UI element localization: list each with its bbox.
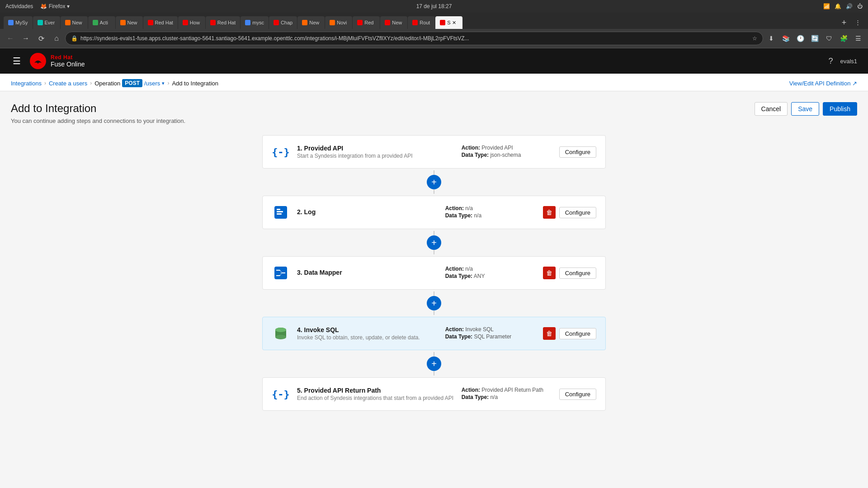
step-icon-step2 [272, 203, 290, 221]
browser-tab-t4[interactable]: Acti [88, 16, 115, 29]
browser-tab-t6[interactable]: Red Hat [143, 16, 178, 29]
downloads-icon[interactable]: ⬇ [765, 32, 778, 45]
nav-right-buttons: ⬇ 📚 🕐 🔄 🛡 🧩 ☰ [765, 32, 864, 45]
step-card-step3: 3. Data Mapper Action: n/a Data Type: AN… [262, 256, 606, 290]
breadcrumb-sep-1: › [44, 80, 46, 86]
svg-point-15 [275, 328, 286, 332]
tab-list-button[interactable]: ⋮ [851, 15, 864, 29]
add-step-button-3[interactable]: + [427, 357, 441, 371]
save-button[interactable]: Save [791, 102, 819, 116]
step-datatype-line-step2: Data Type: n/a [445, 212, 536, 219]
step-info-step5: 5. Provided API Return Path End action o… [297, 387, 454, 401]
browser-tab-t14[interactable]: New [380, 16, 407, 29]
breadcrumb-bar: Integrations › Create a users › Operatio… [0, 74, 868, 91]
svg-rect-2 [277, 209, 280, 210]
browser-tab-t3[interactable]: New [61, 16, 88, 29]
browser-tab-t12[interactable]: Novi [325, 16, 352, 29]
browser-tab-t1[interactable]: MySy [4, 16, 33, 29]
step-action-line-step5: Action: Provided API Return Path [462, 387, 552, 393]
delete-step-step4[interactable]: 🗑 [543, 327, 556, 340]
browser-tab-t13[interactable]: Red [353, 16, 380, 29]
nav-bar: ← → ⟳ ⌂ 🔒 https://syndesis-evals1-fuse.a… [0, 29, 868, 48]
delete-step-step2[interactable]: 🗑 [543, 206, 556, 219]
step-meta-step1: Action: Provided API Data Type: json-sch… [462, 145, 552, 159]
add-step-button-1[interactable]: + [427, 235, 441, 250]
step-actions-step3: 🗑 Configure [543, 267, 596, 279]
browser-tab-t9[interactable]: mysc [241, 16, 269, 29]
page-heading: Add to Integration You can continue addi… [11, 102, 185, 124]
os-bar-right: 📶 🔔 🔊 ⏻ [823, 3, 863, 9]
step-card-step5: {-} 5. Provided API Return Path End acti… [262, 377, 606, 411]
operation-dropdown-icon[interactable]: ▾ [162, 80, 165, 86]
step-title-step1: 1. Provided API [297, 145, 454, 152]
browser-tab-t15[interactable]: Rout [408, 16, 435, 29]
add-step-button-0[interactable]: + [427, 175, 441, 189]
tab-bar: MySyEverNewActiNewRed HatHowRed HatmyscC… [0, 13, 868, 29]
page-content: Add to Integration You can continue addi… [0, 91, 868, 486]
browser-tab-t8[interactable]: Red Hat [206, 16, 240, 29]
address-bar[interactable]: 🔒 https://syndesis-evals1-fuse.apps.clus… [65, 32, 763, 45]
page-subtitle: You can continue adding steps and connec… [11, 117, 185, 124]
configure-button-step3[interactable]: Configure [559, 267, 596, 279]
address-text: https://syndesis-evals1-fuse.apps.cluste… [80, 35, 750, 42]
shield-icon[interactable]: 🛡 [823, 32, 835, 45]
svg-point-14 [275, 335, 286, 339]
step-meta-step2: Action: n/a Data Type: n/a [445, 205, 536, 220]
brand: Red Hat Fuse Online [30, 53, 85, 69]
step-card-step1: {-} 1. Provided API Start a Syndesis int… [262, 135, 606, 169]
new-tab-button[interactable]: + [838, 16, 850, 29]
step-action-line-step2: Action: n/a [445, 205, 536, 211]
sidebar-toggle[interactable]: ☰ [11, 54, 23, 68]
menu-icon[interactable]: ☰ [852, 32, 864, 45]
bookmarks-icon[interactable]: 📚 [779, 32, 792, 45]
configure-button-step2[interactable]: Configure [559, 207, 596, 218]
extensions-icon[interactable]: 🧩 [837, 32, 850, 45]
reload-button[interactable]: ⟳ [34, 32, 48, 45]
browser-tab-t7[interactable]: How [178, 16, 205, 29]
lock-icon: 🔒 [71, 35, 78, 42]
header-right: ? evals1 [828, 56, 857, 66]
step-info-step4: 4. Invoke SQL Invoke SQL to obtain, stor… [297, 326, 438, 341]
power-icon: ⏻ [857, 3, 863, 9]
bookmark-star-icon[interactable]: ☆ [752, 35, 757, 42]
browser-tab-t2[interactable]: Ever [33, 16, 60, 29]
breadcrumb-integrations[interactable]: Integrations [11, 80, 42, 87]
firefox-label[interactable]: 🦊 Firefox ▾ [40, 3, 69, 9]
step-info-step2: 2. Log [297, 208, 438, 216]
user-label[interactable]: evals1 [840, 58, 857, 65]
configure-button-step5[interactable]: Configure [559, 389, 596, 400]
step-actions-step5: Configure [559, 389, 596, 400]
browser-tab-t11[interactable]: New [297, 16, 325, 29]
connector-line-1 [434, 231, 434, 235]
browser-tab-t5[interactable]: New [116, 16, 143, 29]
add-step-button-2[interactable]: + [427, 296, 441, 310]
back-button[interactable]: ← [4, 32, 17, 45]
action-buttons: Cancel Save Publish [755, 102, 857, 116]
step-datatype-line-step5: Data Type: n/a [462, 394, 552, 400]
breadcrumb-create-users[interactable]: Create a users [49, 80, 87, 87]
browser-tab-t10[interactable]: Chap [269, 16, 297, 29]
home-button[interactable]: ⌂ [50, 32, 63, 45]
publish-button[interactable]: Publish [823, 102, 857, 116]
activities-label[interactable]: Actividades [5, 3, 33, 9]
operation-label: Operation [94, 80, 120, 87]
delete-step-step3[interactable]: 🗑 [543, 267, 556, 279]
history-icon[interactable]: 🕐 [794, 32, 807, 45]
step-title-step5: 5. Provided API Return Path [297, 387, 454, 394]
cancel-button[interactable]: Cancel [755, 102, 788, 116]
app-header: ☰ Red Hat Fuse Online ? evals1 [0, 48, 868, 74]
configure-button-step4[interactable]: Configure [559, 328, 596, 339]
connector-line-bottom-0 [434, 189, 434, 194]
step-icon-step5: {-} [272, 385, 290, 403]
configure-button-step1[interactable]: Configure [559, 146, 596, 158]
view-api-link[interactable]: View/Edit API Definition ↗ [789, 80, 857, 87]
forward-button[interactable]: → [19, 32, 33, 45]
step-title-step2: 2. Log [297, 208, 438, 216]
connector-line-bottom-1 [434, 250, 434, 254]
browser-tab-t16[interactable]: S ✕ [435, 16, 462, 29]
operation-path[interactable]: /users [144, 80, 160, 87]
sync-icon[interactable]: 🔄 [808, 32, 821, 45]
connector-line-0 [434, 170, 434, 175]
os-clock: 17 de jul 18:27 [416, 3, 452, 9]
help-icon[interactable]: ? [828, 56, 833, 66]
